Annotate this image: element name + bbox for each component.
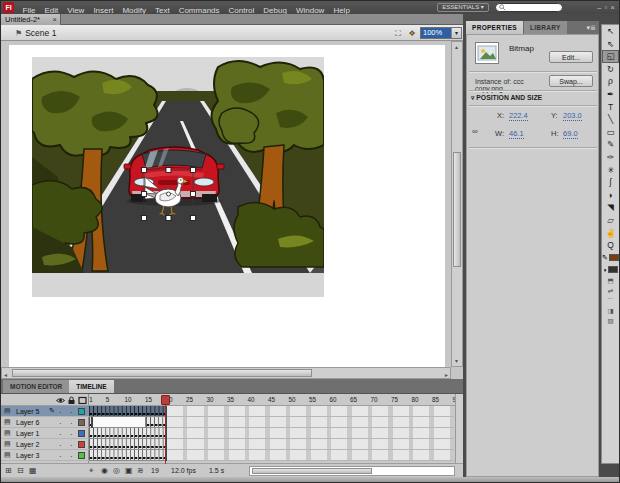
frame-rows[interactable] [89, 406, 455, 461]
unused-frames[interactable] [167, 439, 454, 450]
frames-region[interactable]: 15101520253035404550556065707580859095 [89, 394, 455, 464]
horizontal-scroll-thumb[interactable] [12, 369, 312, 377]
unused-frames[interactable] [167, 417, 454, 428]
empty-frames[interactable] [93, 417, 146, 428]
layer-lock-dot[interactable]: · [70, 452, 73, 461]
timeline-vertical-scrollbar[interactable] [455, 394, 463, 464]
tab-close-icon[interactable]: × [53, 14, 57, 25]
scroll-down-icon[interactable]: ▾ [455, 356, 458, 366]
brush-tool[interactable]: ✑ [602, 151, 619, 164]
keyframes[interactable] [89, 406, 167, 417]
hand-tool[interactable]: ✌ [602, 227, 619, 240]
eyedropper-tool[interactable]: ◥ [602, 201, 619, 214]
transform-handle-n[interactable] [166, 168, 171, 173]
document-tab[interactable]: Untitled-2*× [1, 14, 61, 25]
layer-color-swatch[interactable] [78, 430, 85, 437]
show-hide-eye-icon[interactable] [56, 396, 65, 405]
vertical-scroll-thumb[interactable] [453, 152, 461, 267]
transform-handle-sw[interactable] [142, 216, 147, 221]
text-tool[interactable]: T [602, 101, 619, 114]
delete-layer-button[interactable]: ▦ [29, 466, 37, 475]
tool-option-0[interactable]: ⬒ [602, 276, 619, 286]
new-folder-button[interactable]: ⊟ [17, 466, 24, 475]
layer-row-layer-2[interactable]: ▤Layer 2·· [1, 439, 89, 450]
unused-frames[interactable] [167, 450, 454, 461]
edit-symbol-button[interactable]: ❖ [406, 28, 418, 39]
frame-row-layer-5[interactable] [89, 406, 455, 417]
modify-markers-button[interactable]: ≋ [137, 466, 144, 475]
rectangle-tool[interactable]: ▭ [602, 126, 619, 139]
tab-library[interactable]: LIBRARY [523, 21, 567, 34]
layer-row-layer-1[interactable]: ▤Layer 1·· [1, 428, 89, 439]
transform-handle-e[interactable] [191, 192, 196, 197]
deco-tool[interactable]: ✳ [602, 164, 619, 177]
transform-center-point[interactable] [167, 192, 171, 196]
stage-horizontal-scrollbar[interactable]: ◂ ▸ [1, 367, 451, 379]
tab-properties[interactable]: PROPERTIES [466, 21, 523, 34]
stage-zoom-select[interactable]: 100% ▾ [420, 27, 462, 39]
frame-ruler[interactable]: 15101520253035404550556065707580859095 [89, 394, 455, 406]
timeline-horizontal-scrollbar[interactable] [249, 466, 455, 476]
frame-row-layer-6[interactable] [89, 417, 455, 428]
scroll-up-icon[interactable]: ▴ [455, 42, 458, 52]
lock-aspect-icon[interactable]: ∞ [472, 127, 478, 136]
frame-row-layer-2[interactable] [89, 439, 455, 450]
layer-name[interactable]: Layer 2 [16, 441, 39, 448]
layer-visible-dot[interactable]: · [59, 452, 62, 461]
stage-vertical-scrollbar[interactable]: ▴ ▾ [451, 41, 463, 367]
app-logo-icon[interactable]: Fl [3, 2, 14, 13]
bone-tool[interactable]: ʃ [602, 176, 619, 189]
edit-button[interactable]: Edit... [549, 51, 593, 63]
subselection-tool[interactable]: ⇖ [602, 38, 619, 51]
layer-row-layer-5[interactable]: ▤Layer 5✎·· [1, 406, 89, 417]
tab-timeline[interactable]: TIMELINE [69, 380, 113, 393]
center-frame-button[interactable]: ⌖ [89, 466, 94, 476]
selection-tool[interactable]: ↖ [602, 25, 619, 38]
tool-option-2[interactable]: ⌒ [602, 296, 619, 306]
layer-lock-dot[interactable]: · [70, 408, 73, 417]
position-size-section-header[interactable]: ▿ POSITION AND SIZE [471, 94, 542, 102]
keyframes[interactable] [89, 439, 167, 450]
pen-tool[interactable]: ✒ [602, 88, 619, 101]
tool-option-1[interactable]: ⇄ [602, 286, 619, 296]
layer-name[interactable]: Layer 1 [16, 430, 39, 437]
tab-motion-editor[interactable]: MOTION EDITOR [3, 380, 69, 393]
playhead-marker[interactable] [161, 395, 170, 405]
line-tool[interactable]: ╲ [602, 113, 619, 126]
tool-option-3[interactable]: ◨ [602, 306, 619, 316]
paint-bucket-tool[interactable]: ◗ [602, 189, 619, 202]
unused-frames[interactable] [167, 428, 454, 439]
layer-visible-dot[interactable]: · [59, 408, 62, 417]
layer-name[interactable]: Layer 5 [16, 408, 39, 415]
eraser-tool[interactable]: ▱ [602, 214, 619, 227]
layer-lock-dot[interactable]: · [70, 419, 73, 428]
collapse-triangle-icon[interactable]: ▿ [471, 94, 474, 101]
h-value[interactable]: 69.0 [563, 129, 578, 139]
transform-handle-w[interactable] [142, 192, 147, 197]
stage-pasteboard[interactable]: ▴ ▾ ◂ ▸ [1, 41, 463, 379]
frame-rate-value[interactable]: 12.0 fps [171, 467, 196, 474]
zoom-dropdown-arrow-icon[interactable]: ▾ [451, 28, 461, 38]
keyframes[interactable] [89, 428, 167, 439]
layer-name[interactable]: Layer 3 [16, 452, 39, 459]
layer-visible-dot[interactable]: · [59, 430, 62, 439]
layer-visible-dot[interactable]: · [59, 441, 62, 450]
layer-lock-dot[interactable]: · [70, 430, 73, 439]
stroke-color-swatch[interactable] [609, 254, 619, 261]
fill-color-swatch[interactable] [608, 266, 618, 273]
current-frame-value[interactable]: 19 [151, 467, 159, 474]
layer-color-swatch[interactable] [78, 408, 85, 415]
edit-multiple-frames-button[interactable]: ▣ [125, 466, 133, 475]
new-layer-button[interactable]: ⊞ [5, 466, 12, 475]
panel-menu-icon[interactable]: ▾≣ [587, 21, 599, 34]
zoom-tool[interactable]: Q [602, 239, 619, 252]
free-transform-tool[interactable]: ◱ [602, 50, 619, 63]
layer-visible-dot[interactable]: · [59, 419, 62, 428]
frame-row-layer-3[interactable] [89, 450, 455, 461]
transform-handle-s[interactable] [166, 216, 171, 221]
frame-row-layer-1[interactable] [89, 428, 455, 439]
transform-handle-ne[interactable] [191, 168, 196, 173]
scene-breadcrumb[interactable]: ⚑Scene 1 [15, 28, 56, 38]
tool-option-4[interactable]: ▨ [602, 316, 619, 326]
stage-canvas[interactable] [9, 45, 445, 367]
